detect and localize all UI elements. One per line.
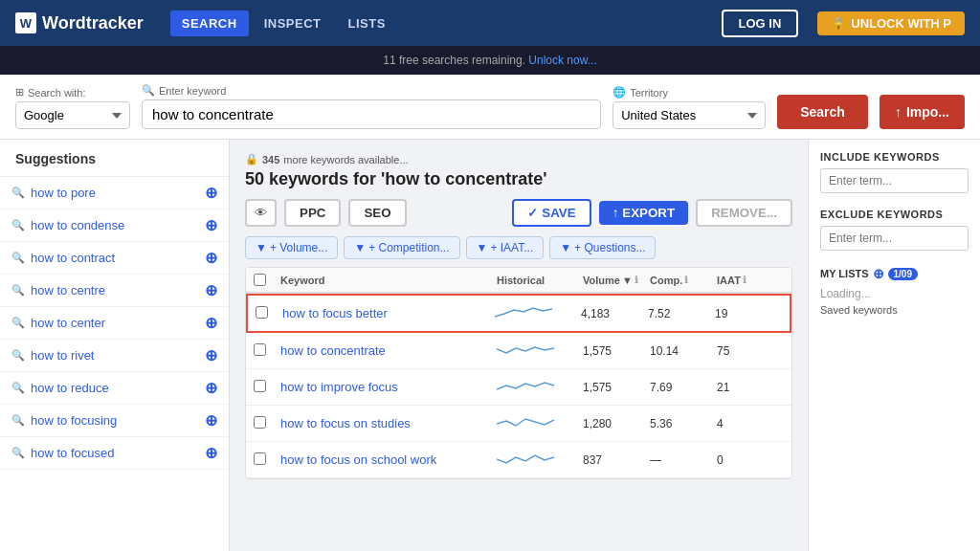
add-list-icon[interactable]: ⊕ [873,266,884,281]
filter-questions[interactable]: ▼ + Questions... [549,236,656,259]
table-row: how to focus better 4,183 7.52 19 [246,294,791,333]
nav-inspect[interactable]: INSPECT [253,11,333,36]
center-panel: 🔒 345 more keywords available... 50 keyw… [230,140,808,551]
eye-button[interactable]: 👁 [245,199,277,227]
row-checkbox-input[interactable] [254,343,266,356]
row-checkbox-input[interactable] [254,452,266,465]
row-keyword: how to focus on school work [280,452,497,467]
sidebar-item-label: how to condense [31,218,205,232]
upload-icon: ↑ [895,104,902,120]
export-button[interactable]: ↑ EXPORT [599,201,688,225]
engine-select[interactable]: Google Bing YouTube Amazon [15,101,130,129]
add-icon[interactable]: ⊕ [205,411,217,430]
row-keyword: how to concentrate [280,343,497,358]
territory-select[interactable]: United States United Kingdom Canada Aust… [612,101,766,129]
nav-lists[interactable]: LISTS [336,11,396,36]
nav-links: SEARCH INSPECT LISTS [170,11,397,36]
row-chart [497,449,583,471]
row-iaat: 21 [717,381,784,394]
promo-bar: 11 free searches remaining. Unlock now..… [0,46,980,75]
row-volume: 1,280 [583,417,650,430]
lock-icon: 🔒 [831,16,846,31]
sidebar-item[interactable]: 🔍 how to focused ⊕ [0,437,229,470]
keyword-link[interactable]: how to focus on studies [280,416,411,430]
row-iaat: 4 [717,417,784,430]
unlock-button[interactable]: 🔒 UNLOCK WITH P [817,11,965,35]
export-icon: ↑ [612,206,619,220]
add-icon[interactable]: ⊕ [205,314,217,332]
add-icon[interactable]: ⊕ [205,216,217,234]
filter-row: ▼ + Volume... ▼ + Competition... ▼ + IAA… [245,236,792,259]
sidebar-item-label: how to rivet [31,348,205,363]
sidebar-item-label: how to focusing [31,413,205,428]
keyword-link[interactable]: how to improve focus [280,380,398,394]
filter-competition[interactable]: ▼ + Competition... [344,236,459,259]
row-checkbox-input[interactable] [254,416,266,429]
sidebar-item[interactable]: 🔍 how to pore ⊕ [0,177,229,209]
header-volume: Volume ▼ ℹ [583,274,650,286]
promo-text: 11 free searches remaining. [383,54,525,67]
row-checkbox-input[interactable] [254,380,266,392]
seo-button[interactable]: SEO [348,199,406,227]
filter-volume[interactable]: ▼ + Volume... [245,236,338,259]
territory-label: 🌐 Territory [612,86,766,99]
row-comp: — [650,453,717,467]
search-icon: 🔍 [11,447,25,459]
filter-icon: ▼ [560,241,571,254]
sparkline-chart [497,412,554,431]
login-button[interactable]: LOG IN [722,10,799,37]
row-checkbox [254,416,280,431]
sidebar-item[interactable]: 🔍 how to center ⊕ [0,307,229,340]
sidebar-item[interactable]: 🔍 how to centre ⊕ [0,275,229,307]
row-checkbox [254,452,280,468]
include-input[interactable] [820,168,969,193]
keyword-link[interactable]: how to concentrate [280,343,386,358]
header-keyword: Keyword [280,274,497,286]
search-icon: 🔍 [11,187,25,199]
lock-small-icon: 🔒 [245,153,258,165]
add-icon[interactable]: ⊕ [205,281,217,299]
header-comp: Comp. ℹ [650,274,717,286]
info-icon: ℹ [743,275,746,285]
search-icon: 🔍 [11,219,25,231]
sidebar-item[interactable]: 🔍 how to focusing ⊕ [0,405,229,437]
add-icon[interactable]: ⊕ [205,249,217,267]
include-section: INCLUDE KEYWORDS [820,151,969,193]
row-chart [495,302,581,324]
row-checkbox-input[interactable] [256,306,268,319]
add-icon[interactable]: ⊕ [205,444,217,462]
row-chart [497,412,583,434]
sidebar-item-label: how to pore [31,186,205,200]
keyword-link[interactable]: how to focus on school work [280,452,436,467]
search-button[interactable]: Search [777,95,868,129]
add-icon[interactable]: ⊕ [205,346,217,364]
keyword-input[interactable] [142,99,601,129]
remove-button[interactable]: REMOVE... [696,199,792,227]
select-all-checkbox[interactable] [254,274,266,286]
nav-search[interactable]: SEARCH [170,11,249,36]
row-comp: 10.14 [650,344,717,358]
filter-iaat[interactable]: ▼ + IAAT... [466,236,545,259]
row-iaat: 0 [717,453,784,467]
unlock-link[interactable]: Unlock now... [528,54,596,67]
keyword-link[interactable]: how to focus better [282,306,388,320]
search-icon: 🔍 [11,382,25,394]
save-button[interactable]: ✓ SAVE [512,199,590,227]
sidebar-title: Suggestions [0,151,229,176]
sidebar-item[interactable]: 🔍 how to contract ⊕ [0,242,229,275]
exclude-input[interactable] [820,226,969,251]
add-icon[interactable]: ⊕ [205,379,217,397]
sidebar-item[interactable]: 🔍 how to rivet ⊕ [0,340,229,372]
globe-icon: 🌐 [612,86,626,99]
header-iaat: IAAT ℹ [717,274,784,286]
search-bar: ⊞ Search with: Google Bing YouTube Amazo… [0,75,980,140]
loading-text: Loading... [820,287,969,300]
sidebar-item[interactable]: 🔍 how to reduce ⊕ [0,372,229,405]
sidebar-item[interactable]: 🔍 how to condense ⊕ [0,209,229,242]
ppc-button[interactable]: PPC [284,199,341,227]
row-checkbox [254,380,280,395]
import-button[interactable]: ↑ Impo... [880,95,965,129]
sidebar-item-label: how to contract [31,251,205,265]
row-volume: 1,575 [583,344,650,358]
add-icon[interactable]: ⊕ [205,184,217,202]
